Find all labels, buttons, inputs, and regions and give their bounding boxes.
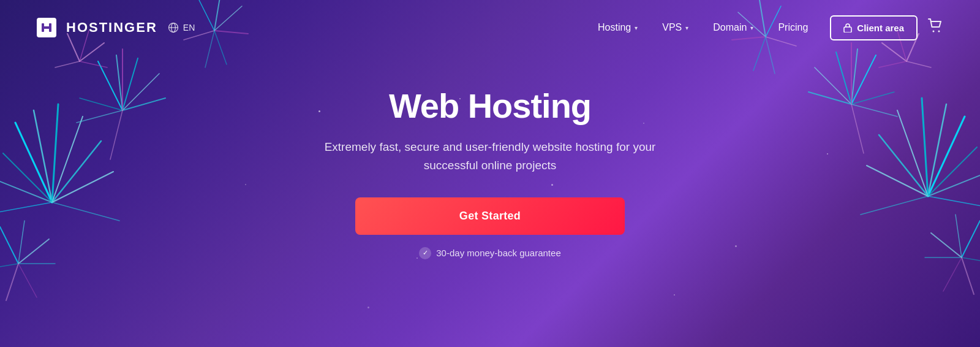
svg-line-58 (943, 257, 962, 291)
svg-line-46 (815, 67, 851, 104)
svg-line-16 (77, 110, 123, 123)
logo-area: HOSTINGER EN (37, 18, 195, 37)
svg-line-74 (879, 61, 907, 67)
svg-line-2 (52, 104, 58, 202)
svg-line-36 (897, 110, 928, 196)
svg-line-21 (18, 239, 49, 264)
svg-line-56 (962, 257, 980, 264)
svg-line-18 (110, 110, 123, 159)
svg-line-70 (55, 61, 80, 67)
svg-line-11 (116, 55, 123, 110)
svg-line-44 (851, 49, 858, 104)
globe-icon (167, 21, 179, 34)
hero-section: HOSTINGER EN Hosting ▾ VPS ▾ Domai (0, 0, 980, 347)
chevron-down-icon: ▾ (635, 25, 638, 31)
svg-line-53 (956, 215, 962, 257)
svg-line-34 (928, 104, 946, 196)
svg-line-42 (861, 196, 928, 215)
svg-line-23 (0, 264, 18, 270)
lock-icon (843, 23, 852, 32)
svg-line-3 (52, 116, 83, 202)
svg-line-38 (928, 147, 977, 196)
logo[interactable]: HOSTINGER (37, 18, 157, 37)
svg-line-35 (922, 98, 928, 196)
svg-line-15 (80, 98, 123, 110)
svg-line-0 (15, 123, 52, 202)
nav-item-hosting[interactable]: Hosting ▾ (588, 17, 647, 38)
chevron-down-icon: ▾ (685, 25, 688, 31)
svg-line-25 (18, 264, 37, 297)
navbar: HOSTINGER EN Hosting ▾ VPS ▾ Domai (0, 0, 980, 55)
language-selector[interactable]: EN (167, 21, 195, 34)
svg-line-54 (931, 233, 962, 257)
nav-links: Hosting ▾ VPS ▾ Domain ▾ Pricing (588, 17, 818, 38)
svg-line-39 (928, 172, 980, 196)
svg-line-8 (52, 172, 113, 202)
svg-point-83 (933, 31, 935, 32)
guarantee-label: 30-day money-back guarantee (436, 248, 560, 258)
svg-line-45 (836, 52, 851, 104)
svg-line-47 (809, 92, 851, 104)
nav-actions: Client area (830, 15, 943, 40)
svg-line-69 (80, 61, 107, 67)
hero-subtitle: Extremely fast, secure and user-friendly… (312, 138, 668, 175)
svg-line-14 (123, 98, 165, 110)
svg-line-20 (18, 221, 24, 264)
logo-box (37, 18, 56, 37)
svg-line-33 (928, 116, 965, 196)
cart-icon[interactable] (927, 18, 943, 37)
svg-line-10 (98, 61, 123, 110)
svg-line-49 (851, 104, 897, 116)
chevron-down-icon: ▾ (750, 25, 753, 31)
svg-line-19 (0, 227, 18, 264)
svg-rect-82 (844, 27, 851, 32)
svg-line-4 (52, 141, 101, 202)
logo-text: HOSTINGER (66, 20, 157, 36)
hero-content: Web Hosting Extremely fast, secure and u… (312, 86, 668, 259)
svg-line-7 (0, 202, 52, 215)
nav-item-pricing[interactable]: Pricing (768, 17, 818, 38)
svg-point-84 (938, 31, 940, 32)
svg-line-41 (867, 166, 928, 196)
svg-line-37 (879, 135, 928, 196)
svg-line-52 (962, 221, 980, 257)
guarantee-badge: ✓ 30-day money-back guarantee (419, 247, 560, 259)
nav-item-vps[interactable]: VPS ▾ (652, 17, 698, 38)
svg-line-48 (851, 92, 894, 104)
svg-line-1 (34, 110, 52, 202)
hero-title: Web Hosting (389, 86, 591, 126)
svg-line-51 (851, 104, 864, 153)
client-area-button[interactable]: Client area (830, 15, 918, 40)
svg-line-75 (907, 61, 931, 67)
nav-item-domain[interactable]: Domain ▾ (703, 17, 763, 38)
svg-line-57 (962, 257, 974, 294)
checkmark-icon: ✓ (419, 247, 431, 259)
svg-line-24 (6, 264, 18, 300)
svg-line-13 (123, 74, 159, 110)
svg-line-9 (52, 202, 119, 221)
svg-line-12 (123, 58, 138, 110)
lang-label: EN (183, 23, 195, 32)
svg-line-6 (0, 178, 52, 202)
svg-rect-78 (42, 26, 51, 29)
svg-line-5 (3, 153, 52, 202)
svg-line-40 (928, 196, 980, 208)
get-started-button[interactable]: Get Started (355, 197, 625, 235)
svg-line-43 (851, 55, 876, 104)
